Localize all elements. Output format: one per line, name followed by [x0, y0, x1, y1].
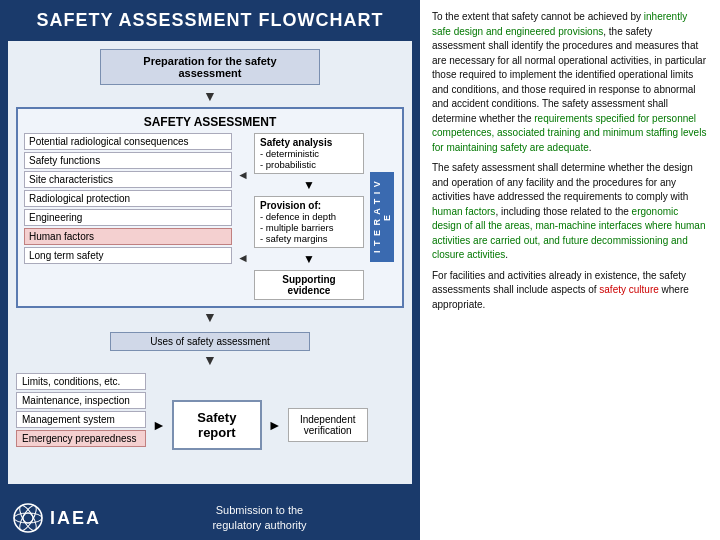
safety-analysis-box: Safety analysis - deterministic - probab… — [254, 133, 364, 174]
arrow-left-2: ◄ — [237, 251, 249, 265]
uses-container: Uses of safety assessment — [16, 326, 404, 351]
highlight-safety-culture: safety culture — [599, 284, 658, 295]
sa-item-radiological: Potential radiological consequences — [24, 133, 232, 150]
safety-assessment-box: SAFETY ASSESSMENT Potential radiological… — [16, 107, 404, 308]
submission-text: Submission to the regulatory authority — [111, 503, 408, 534]
sa-middle: Safety analysis - deterministic - probab… — [254, 133, 364, 300]
left-footer: IAEA Submission to the regulatory author… — [0, 496, 420, 540]
bottom-section: Limits, conditions, etc. Maintenance, in… — [16, 373, 404, 476]
sa-probabilistic: - probabilistic — [260, 159, 358, 170]
sa-left-items: Potential radiological consequences Safe… — [24, 133, 232, 300]
iaea-emblem-icon — [12, 502, 44, 534]
bottom-left-items: Limits, conditions, etc. Maintenance, in… — [16, 373, 146, 476]
sa-item-engineering: Engineering — [24, 209, 232, 226]
submission-line1: Submission to the — [216, 504, 303, 516]
right-para-2: The safety assessment shall determine wh… — [432, 161, 708, 263]
main-container: SAFETY ASSESSMENT FLOWCHART Preparation … — [0, 0, 720, 540]
safety-report-box: Safety report — [172, 400, 262, 450]
arrow-down-supporting: ▼ — [254, 252, 364, 266]
sa-title: SAFETY ASSESSMENT — [24, 115, 396, 129]
arrow-down-3: ▼ — [203, 353, 217, 367]
bottom-item-maintenance: Maintenance, inspection — [16, 392, 146, 409]
bottom-item-management: Management system — [16, 411, 146, 428]
sa-arrows: ◄ ◄ — [236, 133, 250, 300]
sa-item-rad-protection: Radiological protection — [24, 190, 232, 207]
sa-item-safety-functions: Safety functions — [24, 152, 232, 169]
iaea-logo: IAEA — [12, 502, 101, 534]
arrow-down-uses-container: ▼ — [16, 310, 404, 324]
sa-item-human-factors: Human factors — [24, 228, 232, 245]
highlight-human-factors: human factors — [432, 206, 495, 217]
provision-defence: - defence in depth — [260, 211, 358, 222]
arrow-down-bottom-container: ▼ — [16, 353, 404, 367]
arrow-right-independent: ► — [268, 373, 282, 476]
sa-item-long-term: Long term safety — [24, 247, 232, 264]
uses-box: Uses of safety assessment — [110, 332, 310, 351]
highlight-requirements: requirements specified for personnel com… — [432, 113, 706, 153]
sa-right-iterative: I T E R A T I V E — [368, 133, 396, 300]
safety-analysis-title: Safety analysis — [260, 137, 358, 148]
independent-box: Independent verification — [288, 408, 368, 442]
sa-deterministic: - deterministic — [260, 148, 358, 159]
provision-margins: - safety margins — [260, 233, 358, 244]
right-para-1: To the extent that safety cannot be achi… — [432, 10, 708, 155]
prep-box: Preparation for the safety assessment — [100, 49, 320, 85]
supporting-evidence-box: Supporting evidence — [254, 270, 364, 300]
right-para-3: For facilities and activities already in… — [432, 269, 708, 313]
arrow-down-provision: ▼ — [254, 178, 364, 192]
arrow-down-1: ▼ — [203, 89, 217, 103]
svg-point-0 — [14, 504, 42, 532]
left-content: Preparation for the safety assessment ▼ … — [8, 41, 412, 484]
sa-inner: Potential radiological consequences Safe… — [24, 133, 396, 300]
main-title: SAFETY ASSESSMENT FLOWCHART — [0, 0, 420, 41]
highlight-safe-design: inherently safe design and engineered pr… — [432, 11, 687, 37]
arrow-left-1: ◄ — [237, 168, 249, 182]
svg-point-2 — [14, 513, 42, 523]
bottom-item-emergency: Emergency preparedness — [16, 430, 146, 447]
provision-barriers: - multiple barriers — [260, 222, 358, 233]
submission-line2: regulatory authority — [212, 519, 306, 531]
provision-title: Provision of: — [260, 200, 358, 211]
bottom-item-limits: Limits, conditions, etc. — [16, 373, 146, 390]
provision-box: Provision of: - defence in depth - multi… — [254, 196, 364, 248]
iaea-text: IAEA — [50, 508, 101, 529]
safety-report-label: Safety — [184, 410, 250, 425]
right-panel: To the extent that safety cannot be achi… — [420, 0, 720, 540]
iterative-label: I T E R A T I V E — [370, 172, 394, 262]
arrow-down-2: ▼ — [203, 310, 217, 324]
right-text: To the extent that safety cannot be achi… — [432, 10, 708, 312]
safety-report-label2: report — [184, 425, 250, 440]
sa-item-site: Site characteristics — [24, 171, 232, 188]
arrow-right-report: ► — [152, 373, 166, 476]
left-panel: SAFETY ASSESSMENT FLOWCHART Preparation … — [0, 0, 420, 540]
independent-label: Independent verification — [294, 414, 362, 436]
